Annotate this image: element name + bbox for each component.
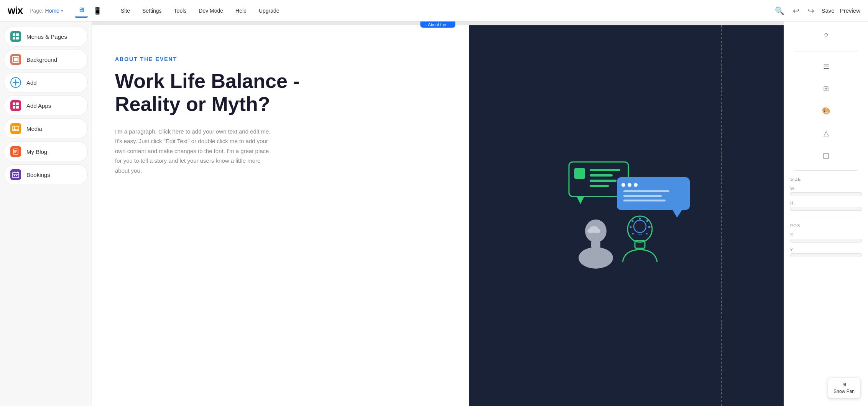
upgrade-nav-button[interactable]: Upgrade <box>254 5 284 16</box>
illustration <box>557 154 695 277</box>
svg-rect-1 <box>16 33 19 36</box>
svg-rect-25 <box>574 168 585 179</box>
settings-nav-button[interactable]: Settings <box>138 5 166 16</box>
left-sidebar: Menus & Pages Background Add Add Apps Me… <box>0 21 92 406</box>
svg-rect-9 <box>16 102 19 105</box>
panel-divider-1 <box>795 51 857 51</box>
search-button[interactable]: 🔍 <box>773 5 786 17</box>
panel-tool-color[interactable]: 🎨 <box>790 102 862 120</box>
tools-nav-button[interactable]: Tools <box>169 5 191 16</box>
save-button[interactable]: Save <box>821 7 834 14</box>
svg-point-49 <box>639 218 641 220</box>
show-pan-label: Show Pan <box>833 389 855 394</box>
preview-button[interactable]: Preview <box>840 7 860 14</box>
body-text[interactable]: I'm a paragraph. Click here to add your … <box>115 127 276 176</box>
svg-rect-10 <box>13 106 15 109</box>
sidebar-item-bookings[interactable]: Bookings <box>4 164 88 185</box>
panel-tool-grid[interactable]: ⊞ <box>790 80 862 97</box>
undo-button[interactable]: ↩ <box>791 5 801 17</box>
y-label: Y: <box>790 247 862 252</box>
panel-divider-3 <box>795 217 857 217</box>
size-label: Size <box>790 177 862 182</box>
media-label: Media <box>26 125 42 132</box>
pos-label: Pos <box>790 223 862 228</box>
page-name[interactable]: Home <box>45 8 59 14</box>
topbar-actions: 🔍 ↩ ↪ Save Preview <box>773 5 860 17</box>
content-left: ABOUT THE EVENT Work Life Balance - Real… <box>92 25 469 406</box>
sidebar-item-background[interactable]: Background <box>4 49 88 70</box>
svg-point-46 <box>634 220 646 233</box>
redo-button[interactable]: ↪ <box>806 5 816 17</box>
sidebar-item-add[interactable]: Add <box>4 72 88 93</box>
svg-rect-35 <box>623 190 669 192</box>
bookings-icon <box>10 169 21 180</box>
width-field: W: <box>790 186 862 196</box>
desktop-view-button[interactable]: 🖥 <box>75 4 88 18</box>
canvas-area: ↓ About the ... ABOUT THE EVENT Work Lif… <box>92 21 784 406</box>
main-layout: Menus & Pages Background Add Add Apps Me… <box>0 21 868 406</box>
add-apps-icon <box>10 100 21 111</box>
background-icon <box>10 54 21 65</box>
add-icon <box>10 77 21 88</box>
height-label: H: <box>790 201 862 205</box>
x-field: X: <box>790 233 862 243</box>
svg-point-34 <box>634 183 638 187</box>
svg-point-55 <box>646 233 648 234</box>
svg-rect-30 <box>617 177 690 210</box>
help-nav-button[interactable]: Help <box>231 5 251 16</box>
svg-point-54 <box>632 233 634 234</box>
y-value[interactable] <box>790 253 862 257</box>
svg-marker-24 <box>577 196 584 204</box>
my-blog-label: My Blog <box>26 149 47 155</box>
svg-point-33 <box>628 183 631 187</box>
sidebar-item-menus-pages[interactable]: Menus & Pages <box>4 26 88 47</box>
devmode-nav-button[interactable]: Dev Mode <box>194 5 228 16</box>
y-field: Y: <box>790 247 862 257</box>
topbar-nav: Site Settings Tools Dev Mode Help Upgrad… <box>116 5 774 16</box>
width-value[interactable] <box>790 192 862 196</box>
show-pan-button[interactable]: ⊞ Show Pan <box>828 378 860 398</box>
site-nav-button[interactable]: Site <box>116 5 135 16</box>
position-field: Pos <box>790 223 862 228</box>
height-field: H: <box>790 201 862 211</box>
sidebar-item-media[interactable]: Media <box>4 118 88 139</box>
sidebar-item-add-apps[interactable]: Add Apps <box>4 95 88 116</box>
page-indicator: Page: Home ▾ <box>30 8 63 14</box>
panel-tool-layers[interactable]: ☰ <box>790 58 862 75</box>
topbar: wix Page: Home ▾ 🖥 📱 Site Settings Tools… <box>0 0 868 21</box>
svg-rect-21 <box>14 175 15 176</box>
panel-divider-2 <box>795 170 857 171</box>
svg-rect-27 <box>590 174 613 177</box>
help-question-icon[interactable]: ? <box>790 28 862 45</box>
menus-pages-label: Menus & Pages <box>26 33 67 40</box>
panel-tool-separator[interactable]: ◫ <box>790 147 862 164</box>
svg-rect-39 <box>591 241 600 248</box>
mobile-view-button[interactable]: 📱 <box>90 4 105 17</box>
about-event-label: ABOUT THE EVENT <box>115 56 446 62</box>
media-icon <box>10 123 21 134</box>
svg-point-53 <box>630 226 632 228</box>
svg-rect-5 <box>14 58 18 61</box>
x-label: X: <box>790 233 862 237</box>
device-switcher: 🖥 📱 <box>75 4 105 18</box>
show-pan-icon: ⊞ <box>842 382 846 387</box>
svg-point-52 <box>632 220 634 222</box>
svg-rect-17 <box>13 172 19 178</box>
background-label: Background <box>26 56 57 63</box>
svg-rect-8 <box>13 102 15 105</box>
svg-marker-31 <box>672 210 682 218</box>
sidebar-item-my-blog[interactable]: My Blog <box>4 141 88 162</box>
svg-rect-11 <box>16 106 19 109</box>
section-marker[interactable]: ↓ About the ... <box>420 21 455 28</box>
panel-tool-triangle[interactable]: △ <box>790 124 862 142</box>
page-chevron-icon[interactable]: ▾ <box>61 8 63 13</box>
main-title[interactable]: Work Life Balance - Reality or Myth? <box>115 70 345 116</box>
size-field: Size <box>790 177 862 182</box>
page-label-text: Page: <box>30 8 44 14</box>
height-value[interactable] <box>790 207 862 211</box>
svg-point-42 <box>587 229 593 233</box>
svg-rect-26 <box>590 169 620 171</box>
x-value[interactable] <box>790 239 862 243</box>
svg-rect-36 <box>623 195 662 197</box>
bookings-label: Bookings <box>26 172 50 178</box>
